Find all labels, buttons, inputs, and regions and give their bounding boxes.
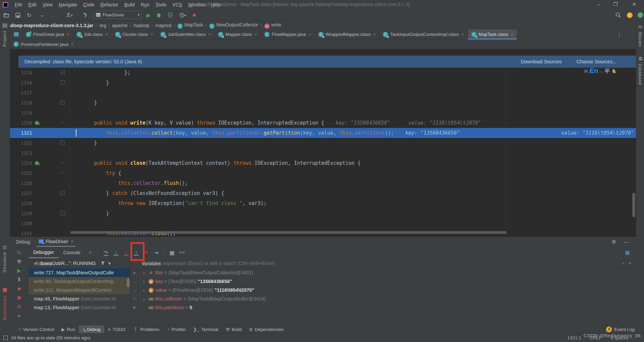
editor-hscrollbar[interactable] bbox=[70, 231, 506, 234]
project-tool-icon[interactable] bbox=[2, 23, 7, 28]
breadcrumb-item[interactable]: mapred bbox=[155, 23, 171, 28]
code-editor[interactable]: 1314+ };1316− }13171318− }13191320↑▾ pub… bbox=[10, 49, 636, 236]
run-configuration-select[interactable]: FlowDriver ▾ bbox=[94, 11, 142, 19]
tool-structure[interactable]: Structure bbox=[2, 252, 7, 273]
toolwindow-problems[interactable]: ❗Problems bbox=[129, 325, 163, 334]
fold-end-icon[interactable]: − bbox=[60, 191, 65, 195]
fold-plus-icon[interactable]: + bbox=[60, 70, 65, 75]
tab-Cluster.class[interactable]: CCluster.class× bbox=[112, 29, 157, 39]
tab-FlowDriver.java[interactable]: CFlowDriver.java× bbox=[22, 29, 73, 39]
close-tab-icon[interactable]: × bbox=[309, 32, 311, 37]
tab-WrappedMapper.class[interactable]: CWrappedMapper.class× bbox=[315, 29, 380, 39]
rerun-icon[interactable]: ↻ bbox=[17, 250, 21, 256]
code-line-1318[interactable]: 1318− } bbox=[10, 98, 636, 108]
menu-edit[interactable]: Edit bbox=[25, 2, 40, 7]
tab-TaskInputOutputContextImpl.class[interactable]: CTaskInputOutputContextImpl.class× bbox=[379, 29, 468, 39]
minimize-button[interactable]: – bbox=[594, 1, 604, 7]
annotate-user-icon[interactable]: ▾ bbox=[64, 11, 74, 19]
breadcrumb-item[interactable]: CNewOutputCollector bbox=[209, 22, 258, 29]
profiler-button[interactable]: ▾ bbox=[177, 11, 189, 19]
code-line-1314[interactable]: 1314+ }; bbox=[10, 68, 636, 78]
expand-chevron-icon[interactable]: › bbox=[141, 296, 147, 302]
open-folder-icon[interactable] bbox=[3, 11, 10, 19]
code-line-1317[interactable]: 1317 bbox=[10, 88, 636, 98]
debug-settings-gear-icon[interactable]: ⚙ bbox=[612, 239, 616, 245]
editor-vscrollbar[interactable] bbox=[632, 193, 635, 217]
filter-funnel-icon[interactable] bbox=[101, 261, 105, 265]
tool-database[interactable]: Database bbox=[638, 64, 643, 85]
update-notification-icon[interactable]: ↑ bbox=[626, 11, 633, 19]
expand-chevron-icon[interactable]: › bbox=[141, 287, 147, 293]
fold-start-icon[interactable]: ▾ bbox=[60, 161, 65, 165]
code-line-1319[interactable]: 1319 bbox=[10, 108, 636, 118]
run-button[interactable]: ▶ bbox=[145, 11, 152, 19]
breadcrumb-item[interactable]: CMapTask bbox=[177, 22, 203, 29]
close-tab-icon[interactable]: × bbox=[208, 32, 211, 37]
close-tab-icon[interactable]: × bbox=[373, 32, 376, 37]
code-line-1324[interactable]: 1324↑▾ public void close(TaskAttemptCont… bbox=[10, 158, 636, 168]
close-tab-icon[interactable]: × bbox=[151, 32, 153, 37]
toolwindow-terminal[interactable]: ❯_Terminal bbox=[190, 325, 222, 334]
tab-Mapper.class[interactable]: CMapper.class× bbox=[215, 29, 261, 39]
maximize-button[interactable]: ❐ bbox=[610, 1, 621, 7]
code-line-1326[interactable]: 1326 this.collector.flush(); bbox=[10, 178, 636, 188]
save-all-icon[interactable] bbox=[14, 11, 21, 19]
coverage-button[interactable] bbox=[166, 11, 174, 19]
pause-icon[interactable]: Ⅱ bbox=[18, 277, 20, 283]
caret-position[interactable]: 1321:1 bbox=[567, 335, 581, 340]
toolwindow-run[interactable]: ▶Run bbox=[58, 325, 79, 334]
evaluate-expression-input[interactable]: Evaluate expression (Enter) or add a wat… bbox=[139, 258, 636, 268]
menu-build[interactable]: Build bbox=[121, 2, 138, 7]
code-line-1316[interactable]: 1316− } bbox=[10, 78, 636, 88]
breadcrumb-item[interactable]: hadoop-mapreduce-client-core-3.1.3.jar bbox=[5, 23, 93, 28]
toolwindow-dependencies[interactable]: ≣Dependencies bbox=[246, 325, 287, 334]
fold-end-icon[interactable]: − bbox=[60, 80, 65, 85]
hide-panel-icon[interactable]: — bbox=[624, 239, 629, 245]
close-tab-icon[interactable]: × bbox=[511, 32, 514, 37]
run-to-cursor-icon[interactable]: ⇥ bbox=[151, 250, 161, 256]
fold-end-icon[interactable]: − bbox=[60, 100, 65, 105]
code-line-1330[interactable]: 1330 bbox=[10, 218, 636, 228]
breadcrumb-item[interactable]: apache bbox=[112, 23, 127, 28]
menu-file[interactable]: File bbox=[12, 2, 25, 7]
toolwindow-todo[interactable]: ≡TODO bbox=[104, 325, 129, 334]
editor-list-icon[interactable] bbox=[13, 32, 19, 37]
fold-start-icon[interactable]: ▾ bbox=[60, 171, 65, 175]
toolwindow-build[interactable]: ⚒Build bbox=[222, 325, 246, 334]
debug-session-tab[interactable]: FlowDriver × bbox=[37, 237, 75, 247]
search-everywhere-icon[interactable] bbox=[614, 11, 622, 19]
structure-tool-icon[interactable]: ▤ bbox=[3, 245, 7, 250]
breadcrumb-item[interactable]: org bbox=[99, 23, 106, 28]
expand-chevron-icon[interactable]: › bbox=[141, 270, 147, 276]
code-line-1320[interactable]: 1320↑▾ public void write(K key, V value)… bbox=[10, 118, 636, 128]
code-line-1321[interactable]: 1321 this.collector.collect(key, value, … bbox=[10, 128, 636, 138]
debug-button[interactable] bbox=[155, 11, 162, 19]
variable-row[interactable]: ›pvalue = {FlowBean@2936} "1116\t954\t20… bbox=[139, 286, 636, 294]
code-line-1322[interactable]: 1322− } bbox=[10, 138, 636, 148]
variable-row[interactable]: oothis.partitions = 5 bbox=[139, 303, 636, 312]
database-tool-icon[interactable] bbox=[639, 57, 642, 58]
variable-row[interactable]: ›oothis.collector = {MapTask$MapOutputBu… bbox=[139, 294, 636, 303]
toolwindow-profiler[interactable]: ◔Profiler bbox=[163, 325, 190, 334]
tab-ProvincePartitioner.java[interactable]: CProvincePartitioner.java× bbox=[10, 40, 77, 49]
stop-button[interactable]: ■ bbox=[191, 11, 198, 19]
maven-tool-icon[interactable]: m bbox=[638, 24, 642, 29]
chevron-down-icon[interactable]: ▾ bbox=[629, 261, 631, 266]
menu-refactor[interactable]: Refactor bbox=[98, 2, 121, 7]
bookmarks-tool-icon[interactable] bbox=[3, 288, 7, 293]
event-log-button[interactable]: 4 Event Log bbox=[606, 327, 644, 332]
force-step-into-icon[interactable]: ↓ bbox=[121, 250, 131, 256]
code-line-1328[interactable]: 1328 throw new IOException("can't find c… bbox=[10, 198, 636, 208]
trace-stream-icon[interactable]: ≈≈ bbox=[177, 250, 187, 256]
frame-row[interactable]: map:13, FlowMapper (com.summer.m bbox=[29, 303, 130, 312]
frame-row[interactable]: write:112, WrappedMapper$Context bbox=[29, 286, 130, 294]
choose-sources-link[interactable]: Choose Sources... bbox=[577, 59, 616, 64]
tab-JobSubmitter.class[interactable]: CJobSubmitter.class× bbox=[157, 29, 215, 39]
close-icon[interactable]: × bbox=[71, 239, 73, 244]
toolwindow-toggle-icon[interactable] bbox=[3, 336, 8, 340]
toolwindow-debug[interactable]: ◗Debug bbox=[79, 325, 104, 334]
close-tab-icon[interactable]: × bbox=[67, 32, 69, 37]
tool-maven[interactable]: Maven bbox=[638, 32, 643, 47]
frame-marker-icon[interactable]: ↑ bbox=[35, 160, 41, 166]
menu-vcs[interactable]: VCS bbox=[169, 2, 185, 7]
